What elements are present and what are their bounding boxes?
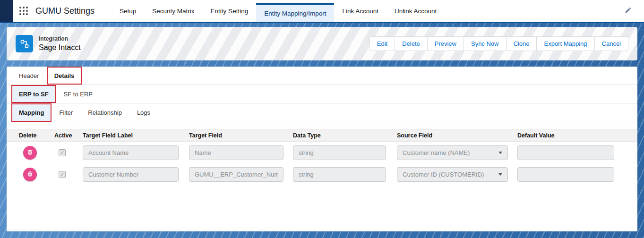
target-field-label-cell: Customer Number — [83, 167, 189, 182]
target-field-label-input[interactable]: Customer Number — [83, 167, 179, 182]
nav-tab-link-account[interactable]: Link Account — [334, 0, 386, 22]
data-type-value: string — [299, 171, 314, 178]
source-field-cell: Customer name (NAME) — [397, 145, 517, 160]
tab-relationship[interactable]: Relationship — [80, 103, 129, 122]
chevron-down-icon — [498, 173, 502, 176]
row-delete-button[interactable] — [23, 168, 37, 181]
target-field-label-input[interactable]: Account Name — [83, 145, 179, 160]
delete-cell — [19, 146, 54, 160]
nav-tab-security-matrix[interactable]: Security Matrix — [144, 0, 202, 22]
page-title: Sage Intacct — [39, 43, 81, 52]
active-cell — [54, 171, 83, 178]
delete-cell — [19, 168, 54, 181]
edit-nav-pencil-button[interactable] — [625, 7, 632, 15]
target-field-input[interactable]: GUMU__ERP_Customer_Numb — [189, 167, 283, 182]
edit-button[interactable]: Edit — [369, 36, 395, 51]
tab-sf-to-erp[interactable]: SF to ERP — [56, 85, 100, 103]
source-field-value: Customer ID (CUSTOMERID) — [403, 171, 484, 178]
nav-tab-unlink-account[interactable]: Unlink Account — [386, 0, 445, 22]
target-field-cell: Name — [189, 145, 293, 160]
column-header-data-type: Data Type — [293, 132, 397, 139]
pencil-icon — [625, 7, 632, 15]
data-type-input[interactable]: string — [293, 167, 386, 182]
mapping-table-row: Customer Number GUMU__ERP_Customer_Numb … — [7, 163, 637, 185]
target-field-label-value: Customer Number — [88, 171, 138, 178]
clone-button[interactable]: Clone — [506, 36, 537, 51]
source-field-value: Customer name (NAME) — [403, 149, 470, 156]
chevron-down-icon — [498, 152, 502, 154]
tab-header[interactable]: Header — [11, 67, 47, 85]
target-field-value: GUMU__ERP_Customer_Numb — [195, 171, 278, 178]
tab-row-level-2: ERP to SF SF to ERP — [7, 85, 637, 103]
column-header-source-field: Source Field — [397, 132, 517, 139]
tab-filter[interactable]: Filter — [52, 103, 80, 122]
mapping-table-row: Account Name Name string Customer name (… — [7, 142, 637, 163]
tab-logs[interactable]: Logs — [129, 103, 158, 122]
export-mapping-button[interactable]: Export Mapping — [536, 36, 594, 51]
trash-icon — [27, 149, 33, 157]
default-value-cell — [517, 145, 637, 160]
record-header-text: Integration Sage Intacct — [39, 35, 81, 52]
delete-button[interactable]: Delete — [395, 36, 428, 51]
column-header-default-value: Default Value — [517, 132, 637, 139]
record-action-button-group: Edit Delete Preview Sync Now Clone Expor… — [369, 36, 628, 51]
source-field-cell: Customer ID (CUSTOMERID) — [397, 167, 517, 182]
active-checkbox[interactable] — [59, 171, 66, 178]
tab-mapping[interactable]: Mapping — [11, 103, 52, 122]
preview-button[interactable]: Preview — [427, 36, 464, 51]
target-field-label-value: Account Name — [88, 149, 129, 156]
column-header-target-field-label: Target Field Label — [83, 132, 189, 139]
active-checkbox[interactable] — [59, 149, 66, 156]
app-launcher-button[interactable] — [13, 0, 33, 22]
tab-erp-to-sf[interactable]: ERP to SF — [11, 85, 56, 103]
column-header-active: Active — [54, 132, 83, 139]
main-content-card: Header Details ERP to SF SF to ERP Mappi… — [7, 67, 637, 231]
nav-tab-entity-mapping-import[interactable]: Entity Mapping/Import — [256, 3, 334, 22]
tab-row-level-1: Header Details — [7, 67, 637, 85]
mapping-table-header: Delete Active Target Field Label Target … — [7, 129, 637, 142]
target-field-label-cell: Account Name — [83, 145, 189, 160]
trash-icon — [27, 170, 33, 178]
target-field-input[interactable]: Name — [189, 145, 283, 160]
target-field-cell: GUMU__ERP_Customer_Numb — [189, 167, 293, 182]
top-navigation-bar: GUMU Settings Setup Security Matrix Enti… — [0, 0, 644, 23]
data-type-cell: string — [293, 145, 397, 160]
source-field-select[interactable]: Customer ID (CUSTOMERID) — [397, 167, 508, 182]
record-header-card: Integration Sage Intacct Edit Delete Pre… — [7, 27, 637, 60]
nav-tab-setup[interactable]: Setup — [112, 0, 144, 22]
default-value-input[interactable] — [517, 167, 614, 182]
cancel-button[interactable]: Cancel — [594, 36, 628, 51]
default-value-cell — [517, 167, 637, 182]
active-cell — [54, 149, 83, 156]
tab-details[interactable]: Details — [47, 67, 82, 85]
source-field-select[interactable]: Customer name (NAME) — [397, 145, 508, 160]
data-type-value: string — [299, 149, 314, 156]
row-delete-button[interactable] — [23, 146, 37, 160]
nav-tabs: Setup Security Matrix Entity Setting Ent… — [112, 0, 445, 22]
app-title: GUMU Settings — [33, 0, 112, 22]
record-type-label: Integration — [39, 35, 81, 42]
sync-now-button[interactable]: Sync Now — [464, 36, 507, 51]
tab-row-level-3: Mapping Filter Relationship Logs — [7, 103, 637, 122]
default-value-input[interactable] — [517, 145, 614, 160]
integration-object-icon — [16, 35, 33, 52]
page-background: Integration Sage Intacct Edit Delete Pre… — [0, 23, 644, 238]
data-type-cell: string — [293, 167, 397, 182]
column-header-delete: Delete — [19, 132, 54, 139]
data-type-input[interactable]: string — [293, 145, 386, 160]
nav-tab-entity-setting[interactable]: Entity Setting — [203, 0, 257, 22]
navy-brand-block — [0, 0, 13, 22]
column-header-target-field: Target Field — [189, 132, 293, 139]
spacer — [7, 122, 637, 129]
app-launcher-icon — [19, 7, 28, 15]
target-field-value: Name — [195, 149, 211, 156]
